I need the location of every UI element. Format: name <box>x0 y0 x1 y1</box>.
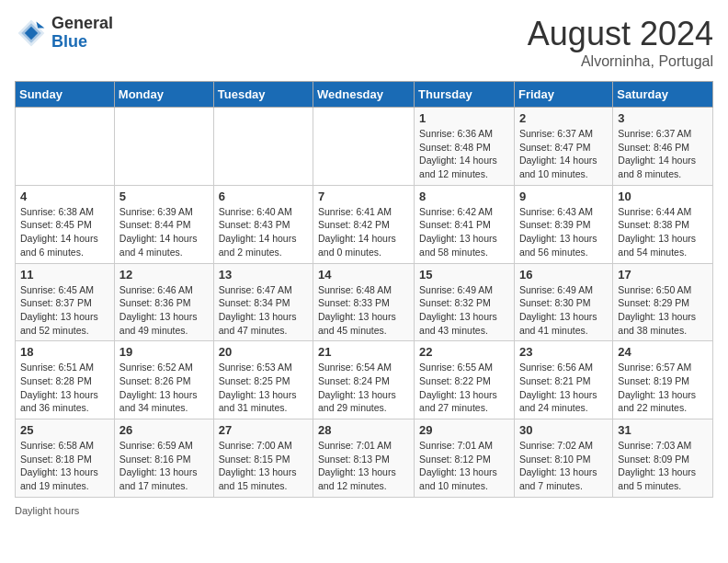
day-number: 5 <box>119 190 209 203</box>
day-number: 27 <box>219 423 308 437</box>
day-number: 18 <box>20 345 109 359</box>
day-number: 25 <box>20 423 109 437</box>
calendar-cell: 2Sunrise: 6:37 AM Sunset: 8:47 PM Daylig… <box>514 108 612 186</box>
day-info: Sunrise: 6:55 AM Sunset: 8:22 PM Dayligh… <box>419 361 509 415</box>
calendar-cell: 30Sunrise: 7:02 AM Sunset: 8:10 PM Dayli… <box>514 419 612 498</box>
day-number: 29 <box>419 423 509 437</box>
day-of-week-header: Monday <box>114 82 213 108</box>
day-info: Sunrise: 6:44 AM Sunset: 8:38 PM Dayligh… <box>618 205 708 259</box>
day-number: 12 <box>119 268 209 282</box>
footer-note: Daylight hours <box>15 505 713 516</box>
day-number: 11 <box>20 268 109 282</box>
calendar-week-row: 18Sunrise: 6:51 AM Sunset: 8:28 PM Dayli… <box>16 341 713 419</box>
day-number: 26 <box>119 423 209 437</box>
calendar-cell: 9Sunrise: 6:43 AM Sunset: 8:39 PM Daylig… <box>514 185 612 263</box>
day-info: Sunrise: 6:37 AM Sunset: 8:46 PM Dayligh… <box>618 127 708 181</box>
page-header: General Blue August 2024 Alvorninha, Por… <box>15 15 713 70</box>
day-number: 30 <box>519 423 608 437</box>
day-number: 20 <box>219 345 308 359</box>
day-number: 28 <box>318 423 409 437</box>
day-info: Sunrise: 7:01 AM Sunset: 8:12 PM Dayligh… <box>419 439 509 493</box>
day-info: Sunrise: 7:02 AM Sunset: 8:10 PM Dayligh… <box>519 439 608 493</box>
day-info: Sunrise: 7:01 AM Sunset: 8:13 PM Dayligh… <box>318 439 409 493</box>
day-number: 21 <box>318 345 409 359</box>
calendar-cell <box>213 108 313 186</box>
day-number: 4 <box>20 190 109 203</box>
calendar-cell <box>313 108 415 186</box>
calendar-table: SundayMondayTuesdayWednesdayThursdayFrid… <box>15 81 713 498</box>
calendar-cell: 22Sunrise: 6:55 AM Sunset: 8:22 PM Dayli… <box>415 341 515 419</box>
calendar-cell: 14Sunrise: 6:48 AM Sunset: 8:33 PM Dayli… <box>313 263 415 341</box>
calendar-cell: 27Sunrise: 7:00 AM Sunset: 8:15 PM Dayli… <box>213 419 313 498</box>
day-number: 31 <box>618 423 708 437</box>
day-number: 17 <box>618 268 708 282</box>
day-info: Sunrise: 6:45 AM Sunset: 8:37 PM Dayligh… <box>20 283 109 338</box>
calendar-cell: 16Sunrise: 6:49 AM Sunset: 8:30 PM Dayli… <box>514 263 612 341</box>
day-info: Sunrise: 6:41 AM Sunset: 8:42 PM Dayligh… <box>318 205 409 259</box>
location-subtitle: Alvorninha, Portugal <box>528 53 713 70</box>
day-info: Sunrise: 6:46 AM Sunset: 8:36 PM Dayligh… <box>119 283 209 338</box>
day-number: 24 <box>618 345 708 359</box>
day-info: Sunrise: 6:36 AM Sunset: 8:48 PM Dayligh… <box>419 127 509 181</box>
day-info: Sunrise: 6:56 AM Sunset: 8:21 PM Dayligh… <box>519 361 608 415</box>
day-info: Sunrise: 6:58 AM Sunset: 8:18 PM Dayligh… <box>20 439 109 493</box>
day-info: Sunrise: 6:51 AM Sunset: 8:28 PM Dayligh… <box>20 361 109 415</box>
day-number: 1 <box>419 111 509 125</box>
calendar-week-row: 1Sunrise: 6:36 AM Sunset: 8:48 PM Daylig… <box>16 108 713 186</box>
calendar-cell: 5Sunrise: 6:39 AM Sunset: 8:44 PM Daylig… <box>114 185 213 263</box>
day-of-week-header: Tuesday <box>213 82 313 108</box>
day-number: 7 <box>318 190 409 203</box>
day-number: 23 <box>519 345 608 359</box>
calendar-cell: 15Sunrise: 6:49 AM Sunset: 8:32 PM Dayli… <box>415 263 515 341</box>
calendar-cell: 3Sunrise: 6:37 AM Sunset: 8:46 PM Daylig… <box>613 108 713 186</box>
calendar-cell: 20Sunrise: 6:53 AM Sunset: 8:25 PM Dayli… <box>213 341 313 419</box>
month-year-title: August 2024 <box>528 15 713 53</box>
calendar-cell <box>114 108 213 186</box>
calendar-cell: 23Sunrise: 6:56 AM Sunset: 8:21 PM Dayli… <box>514 341 612 419</box>
day-of-week-header: Thursday <box>415 82 515 108</box>
calendar-cell: 19Sunrise: 6:52 AM Sunset: 8:26 PM Dayli… <box>114 341 213 419</box>
day-of-week-header: Saturday <box>613 82 713 108</box>
day-info: Sunrise: 6:57 AM Sunset: 8:19 PM Dayligh… <box>618 361 708 415</box>
header-row: SundayMondayTuesdayWednesdayThursdayFrid… <box>16 82 713 108</box>
calendar-cell: 4Sunrise: 6:38 AM Sunset: 8:45 PM Daylig… <box>16 185 115 263</box>
day-info: Sunrise: 6:52 AM Sunset: 8:26 PM Dayligh… <box>119 361 209 415</box>
day-number: 13 <box>219 268 308 282</box>
calendar-cell: 7Sunrise: 6:41 AM Sunset: 8:42 PM Daylig… <box>313 185 415 263</box>
day-number: 15 <box>419 268 509 282</box>
day-info: Sunrise: 6:53 AM Sunset: 8:25 PM Dayligh… <box>219 361 308 415</box>
day-number: 6 <box>219 190 308 203</box>
calendar-cell: 1Sunrise: 6:36 AM Sunset: 8:48 PM Daylig… <box>415 108 515 186</box>
day-number: 22 <box>419 345 509 359</box>
day-number: 16 <box>519 268 608 282</box>
day-info: Sunrise: 6:38 AM Sunset: 8:45 PM Dayligh… <box>20 205 109 259</box>
day-info: Sunrise: 6:48 AM Sunset: 8:33 PM Dayligh… <box>318 283 409 338</box>
day-info: Sunrise: 6:49 AM Sunset: 8:30 PM Dayligh… <box>519 283 608 338</box>
calendar-header: SundayMondayTuesdayWednesdayThursdayFrid… <box>16 82 713 108</box>
calendar-cell: 17Sunrise: 6:50 AM Sunset: 8:29 PM Dayli… <box>613 263 713 341</box>
title-block: August 2024 Alvorninha, Portugal <box>528 15 713 70</box>
day-number: 14 <box>318 268 409 282</box>
day-info: Sunrise: 6:49 AM Sunset: 8:32 PM Dayligh… <box>419 283 509 338</box>
calendar-week-row: 11Sunrise: 6:45 AM Sunset: 8:37 PM Dayli… <box>16 263 713 341</box>
logo-text: General Blue <box>51 15 113 52</box>
daylight-label: Daylight hours <box>15 505 79 516</box>
calendar-cell: 12Sunrise: 6:46 AM Sunset: 8:36 PM Dayli… <box>114 263 213 341</box>
logo-general-text: General <box>51 15 113 33</box>
day-number: 2 <box>519 111 608 125</box>
calendar-week-row: 4Sunrise: 6:38 AM Sunset: 8:45 PM Daylig… <box>16 185 713 263</box>
calendar-cell: 21Sunrise: 6:54 AM Sunset: 8:24 PM Dayli… <box>313 341 415 419</box>
day-info: Sunrise: 6:47 AM Sunset: 8:34 PM Dayligh… <box>219 283 308 338</box>
day-number: 19 <box>119 345 209 359</box>
day-info: Sunrise: 7:00 AM Sunset: 8:15 PM Dayligh… <box>219 439 308 493</box>
calendar-cell: 28Sunrise: 7:01 AM Sunset: 8:13 PM Dayli… <box>313 419 415 498</box>
day-of-week-header: Sunday <box>16 82 115 108</box>
calendar-cell: 31Sunrise: 7:03 AM Sunset: 8:09 PM Dayli… <box>613 419 713 498</box>
calendar-cell: 18Sunrise: 6:51 AM Sunset: 8:28 PM Dayli… <box>16 341 115 419</box>
calendar-cell: 11Sunrise: 6:45 AM Sunset: 8:37 PM Dayli… <box>16 263 115 341</box>
day-info: Sunrise: 6:59 AM Sunset: 8:16 PM Dayligh… <box>119 439 209 493</box>
calendar-cell: 29Sunrise: 7:01 AM Sunset: 8:12 PM Dayli… <box>415 419 515 498</box>
day-info: Sunrise: 6:40 AM Sunset: 8:43 PM Dayligh… <box>219 205 308 259</box>
calendar-cell: 8Sunrise: 6:42 AM Sunset: 8:41 PM Daylig… <box>415 185 515 263</box>
calendar-cell: 13Sunrise: 6:47 AM Sunset: 8:34 PM Dayli… <box>213 263 313 341</box>
